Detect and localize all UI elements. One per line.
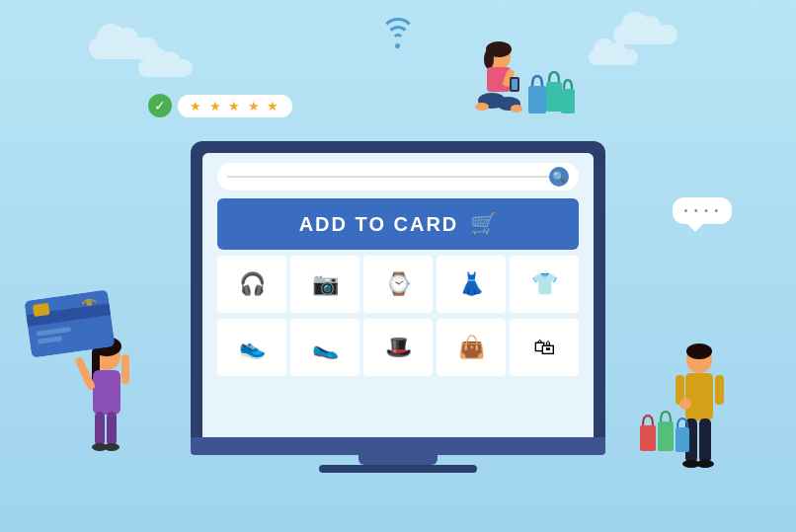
laptop-base <box>191 437 605 455</box>
search-bar[interactable]: 🔍 <box>217 163 579 190</box>
search-input-line <box>227 176 549 178</box>
product-watch[interactable]: ⌚ <box>363 256 433 313</box>
svg-point-7 <box>511 105 522 113</box>
svg-point-6 <box>475 103 489 111</box>
product-shoe[interactable]: 👟 <box>217 319 286 376</box>
cloud-4 <box>589 49 638 65</box>
speech-bubble: • • • • <box>673 197 732 224</box>
product-grid-row2: 👟 🥿 🎩 👜 🛍 <box>217 319 579 376</box>
svg-point-2 <box>484 49 494 69</box>
product-headphones[interactable]: 🎧 <box>217 256 286 313</box>
add-to-card-label: ADD TO CARD <box>299 213 459 236</box>
svg-rect-13 <box>561 89 575 114</box>
screen-content: 🔍 ADD TO CARD 🛒 🎧 📷 ⌚ 👗 👕 👟 <box>202 153 594 437</box>
svg-point-23 <box>104 443 119 451</box>
product-handbag[interactable]: 👜 <box>437 319 506 376</box>
laptop-stand <box>358 455 438 465</box>
product-bag[interactable]: 🛍 <box>510 319 579 376</box>
svg-rect-20 <box>95 412 105 446</box>
svg-rect-42 <box>676 427 689 452</box>
product-grid-row1: 🎧 📷 ⌚ 👗 👕 <box>217 256 579 313</box>
svg-rect-28 <box>33 303 50 317</box>
svg-rect-17 <box>93 370 120 415</box>
scene: ✓ ★ ★ ★ ★ ★ <box>0 0 796 532</box>
cloud-2 <box>138 59 193 77</box>
stars-display: ★ ★ ★ ★ ★ <box>178 95 292 117</box>
rating-area: ✓ ★ ★ ★ ★ ★ <box>148 94 292 117</box>
credit-card <box>24 289 115 357</box>
svg-rect-19 <box>121 354 129 384</box>
svg-rect-40 <box>640 425 656 451</box>
speech-bubble-dots: • • • • <box>684 205 720 216</box>
cloud-3 <box>613 25 677 44</box>
shopping-bags-bottom <box>638 404 697 478</box>
svg-rect-10 <box>512 79 517 90</box>
cart-icon: 🛒 <box>470 211 497 237</box>
product-camera[interactable]: 📷 <box>290 256 359 313</box>
product-dress[interactable]: 👗 <box>437 256 506 313</box>
person-sitting <box>457 39 526 128</box>
search-icon[interactable]: 🔍 <box>549 167 569 187</box>
product-tshirt[interactable]: 👕 <box>510 256 579 313</box>
laptop: 🔍 ADD TO CARD 🛒 🎧 📷 ⌚ 👗 👕 👟 <box>191 141 605 473</box>
product-hat[interactable]: 🎩 <box>363 319 433 376</box>
add-to-card-button[interactable]: ADD TO CARD 🛒 <box>217 198 579 250</box>
wifi-icon <box>378 18 418 47</box>
laptop-screen: 🔍 ADD TO CARD 🛒 🎧 📷 ⌚ 👗 👕 👟 <box>191 141 605 437</box>
svg-point-31 <box>686 343 712 359</box>
svg-rect-11 <box>528 86 546 114</box>
svg-rect-37 <box>699 418 711 463</box>
product-sandal[interactable]: 🥿 <box>290 319 359 376</box>
svg-rect-12 <box>546 82 562 112</box>
laptop-foot <box>319 465 477 473</box>
check-icon: ✓ <box>148 94 172 117</box>
svg-point-39 <box>696 460 714 468</box>
svg-rect-41 <box>658 421 674 451</box>
svg-rect-21 <box>107 412 117 446</box>
svg-rect-34 <box>715 375 724 405</box>
shopping-bags-top <box>526 64 581 133</box>
